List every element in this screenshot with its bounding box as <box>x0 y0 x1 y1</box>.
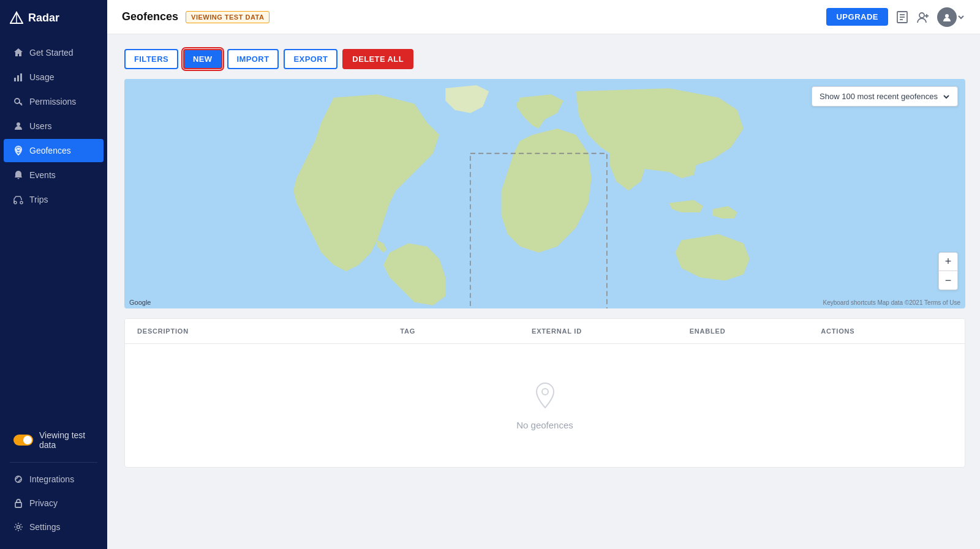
sidebar: Radar Get Started Usage Permissions <box>0 0 107 549</box>
import-button[interactable]: IMPORT <box>227 49 279 69</box>
col-description: DESCRIPTION <box>137 327 400 335</box>
geofence-count-dropdown[interactable]: Show 100 most recent geofences <box>812 86 958 106</box>
sidebar-navigation: Get Started Usage Permissions Users <box>0 35 107 457</box>
svg-point-10 <box>20 201 23 204</box>
svg-rect-2 <box>14 78 16 81</box>
geofence-icon <box>13 146 23 155</box>
upgrade-button[interactable]: UPGRADE <box>826 8 888 26</box>
logo-text: Radar <box>28 12 59 24</box>
page-header: Geofences VIEWING TEST DATA UPGRADE <box>107 0 980 34</box>
book-icon <box>895 10 909 24</box>
svg-rect-14 <box>15 502 21 507</box>
docs-button[interactable] <box>895 10 909 24</box>
sidebar-logo[interactable]: Radar <box>0 0 107 35</box>
col-enabled: ENABLED <box>690 327 821 335</box>
world-map-svg <box>124 79 965 308</box>
user-icon <box>13 121 23 131</box>
zoom-in-button[interactable]: + <box>939 253 957 271</box>
settings-icon <box>13 522 23 532</box>
chevron-down-icon <box>957 13 965 21</box>
geofence-count-label: Show 100 most recent geofences <box>820 92 938 101</box>
map-attribution: Keyboard shortcuts Map data ©2021 Terms … <box>823 299 960 306</box>
col-actions: ACTIONS <box>821 327 952 335</box>
header-left: Geofences VIEWING TEST DATA <box>122 10 270 23</box>
svg-point-8 <box>18 149 20 151</box>
sidebar-label-users: Users <box>29 121 52 131</box>
page-title: Geofences <box>122 10 178 23</box>
sidebar-label-geofences: Geofences <box>29 146 71 155</box>
main-content: Geofences VIEWING TEST DATA UPGRADE <box>107 0 980 549</box>
test-data-badge: VIEWING TEST DATA <box>186 11 270 23</box>
plug-icon <box>13 474 23 484</box>
empty-geofence-icon <box>530 381 560 410</box>
sidebar-item-permissions[interactable]: Permissions <box>4 90 104 113</box>
sidebar-item-privacy[interactable]: Privacy <box>4 491 104 515</box>
bar-chart-icon <box>13 72 23 82</box>
test-data-label: Viewing test data <box>39 430 94 450</box>
geofences-table: DESCRIPTION TAG EXTERNAL ID ENABLED ACTI… <box>124 318 965 468</box>
svg-point-15 <box>17 526 20 529</box>
map-dropdown-container: Show 100 most recent geofences <box>812 86 958 106</box>
trip-icon <box>13 195 23 204</box>
toolbar: FILTERS NEW IMPORT EXPORT DELETE ALL <box>124 49 965 69</box>
sidebar-label-trips: Trips <box>29 195 48 204</box>
svg-point-20 <box>919 13 924 18</box>
test-data-toggle[interactable]: Viewing test data <box>4 424 104 457</box>
map-zoom-controls: + − <box>938 252 958 290</box>
sidebar-item-events[interactable]: Events <box>4 163 104 187</box>
zoom-out-button[interactable]: − <box>939 271 957 289</box>
table-header: DESCRIPTION TAG EXTERNAL ID ENABLED ACTI… <box>125 319 965 344</box>
sidebar-label-settings: Settings <box>29 522 61 532</box>
sidebar-item-trips[interactable]: Trips <box>4 188 104 211</box>
map-container[interactable]: Show 100 most recent geofences + − Googl… <box>124 79 965 308</box>
bell-icon <box>13 170 23 180</box>
svg-point-24 <box>542 389 548 395</box>
svg-point-6 <box>17 122 20 126</box>
svg-point-21 <box>945 14 949 18</box>
delete-all-button[interactable]: DELETE ALL <box>342 49 413 69</box>
sidebar-label-events: Events <box>29 170 56 180</box>
sidebar-item-usage[interactable]: Usage <box>4 65 104 89</box>
sidebar-label-integrations: Integrations <box>29 474 74 484</box>
home-icon <box>13 48 23 58</box>
avatar <box>937 7 957 27</box>
new-button[interactable]: NEW <box>183 49 222 69</box>
svg-rect-3 <box>17 75 19 81</box>
sidebar-label-get-started: Get Started <box>29 48 74 58</box>
sidebar-bottom: Integrations Privacy Settings <box>0 457 107 549</box>
empty-state: No geofences <box>125 344 965 467</box>
filters-button[interactable]: FILTERS <box>124 49 178 69</box>
sidebar-item-settings[interactable]: Settings <box>4 515 104 539</box>
empty-message: No geofences <box>516 420 573 430</box>
sidebar-item-geofences[interactable]: Geofences <box>4 139 104 162</box>
content-area: FILTERS NEW IMPORT EXPORT DELETE ALL <box>107 34 980 549</box>
add-user-icon <box>916 10 930 24</box>
sidebar-item-get-started[interactable]: Get Started <box>4 41 104 64</box>
col-external-id: EXTERNAL ID <box>532 327 690 335</box>
add-user-button[interactable] <box>916 10 930 24</box>
key-icon <box>13 97 23 106</box>
col-tag: TAG <box>400 327 532 335</box>
header-right: UPGRADE <box>826 7 965 27</box>
google-logo: Google <box>129 299 151 306</box>
chevron-down-icon <box>943 93 950 100</box>
lock-icon <box>13 498 23 508</box>
svg-rect-4 <box>20 73 22 81</box>
sidebar-label-privacy: Privacy <box>29 498 58 508</box>
sidebar-item-integrations[interactable]: Integrations <box>4 468 104 491</box>
user-menu-button[interactable] <box>937 7 965 27</box>
sidebar-divider <box>10 462 97 463</box>
test-data-switch[interactable] <box>13 435 33 446</box>
sidebar-label-permissions: Permissions <box>29 97 76 106</box>
radar-logo-icon <box>10 11 23 24</box>
sidebar-label-usage: Usage <box>29 72 54 82</box>
export-button[interactable]: EXPORT <box>284 49 337 69</box>
sidebar-item-users[interactable]: Users <box>4 114 104 138</box>
